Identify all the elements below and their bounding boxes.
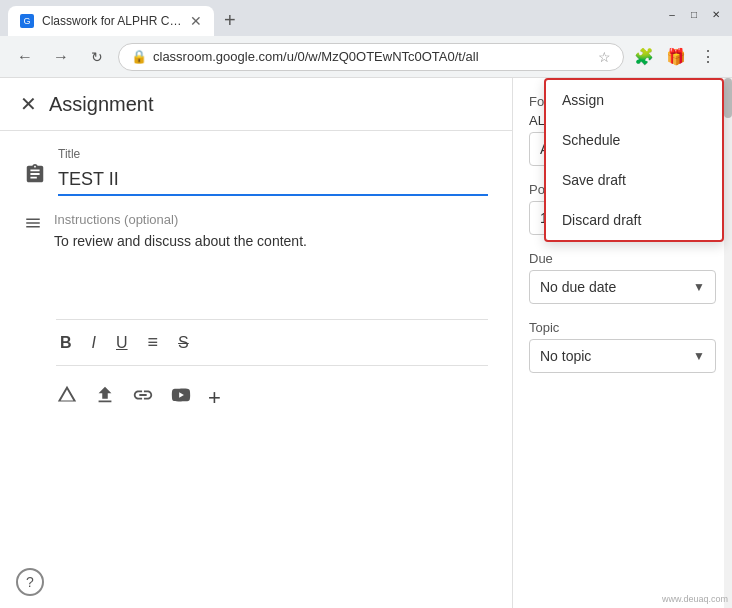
drive-attach-button[interactable]	[56, 384, 78, 411]
bold-button[interactable]: B	[56, 330, 76, 356]
title-field: Title	[58, 147, 488, 196]
back-button[interactable]: ←	[10, 42, 40, 72]
scrollbar-thumb[interactable]	[724, 78, 732, 118]
close-window-button[interactable]: ✕	[708, 6, 724, 22]
topic-dropdown[interactable]: No topic ▼	[529, 339, 716, 373]
topic-dropdown-arrow: ▼	[693, 349, 705, 363]
list-button[interactable]: ≡	[144, 328, 163, 357]
maximize-button[interactable]: □	[686, 6, 702, 22]
extensions-icon[interactable]: 🧩	[630, 43, 658, 71]
navigation-bar: ← → ↻ 🔒 classroom.google.com/u/0/w/MzQ0O…	[0, 36, 732, 78]
page-title: Assignment	[49, 93, 154, 116]
tab-close-button[interactable]: ✕	[190, 13, 202, 29]
italic-button[interactable]: I	[88, 330, 100, 356]
topic-section: Topic No topic ▼	[529, 320, 716, 373]
youtube-attach-button[interactable]	[170, 384, 192, 411]
window-controls: – □ ✕	[664, 6, 724, 22]
profile-icon[interactable]: 🎁	[662, 43, 690, 71]
due-section: Due No due date ▼	[529, 251, 716, 304]
instructions-field: Instructions (optional) To review and di…	[54, 212, 488, 311]
nav-extra-icons: 🧩 🎁 ⋮	[630, 43, 722, 71]
instructions-icon	[24, 214, 42, 237]
form-area: Title Instructions (optional) To review …	[0, 131, 512, 608]
instructions-text[interactable]: To review and discuss about the content.	[54, 231, 488, 311]
topic-value: No topic	[540, 348, 591, 364]
address-bar[interactable]: 🔒 classroom.google.com/u/0/w/MzQ0OTEwNTc…	[118, 43, 624, 71]
upload-attach-button[interactable]	[94, 384, 116, 411]
title-section: Title	[24, 147, 488, 196]
bookmark-icon: ☆	[598, 49, 611, 65]
refresh-button[interactable]: ↻	[82, 42, 112, 72]
forward-button[interactable]: →	[46, 42, 76, 72]
app-content: ✕ Assignment Title Instructions (optiona…	[0, 78, 732, 608]
address-text: classroom.google.com/u/0/w/MzQ0OTEwNTc0O…	[153, 49, 592, 64]
menu-icon[interactable]: ⋮	[694, 43, 722, 71]
menu-item-discard-draft[interactable]: Discard draft	[546, 200, 722, 240]
add-attach-button[interactable]: +	[208, 385, 221, 411]
strikethrough-button[interactable]: S	[174, 330, 193, 356]
menu-item-schedule[interactable]: Schedule	[546, 120, 722, 160]
active-tab[interactable]: G Classwork for ALPHR CLASS SAM... ✕	[8, 6, 214, 36]
instructions-label: Instructions (optional)	[54, 212, 488, 227]
close-assignment-button[interactable]: ✕	[20, 92, 37, 116]
assignment-icon	[24, 163, 46, 190]
new-tab-button[interactable]: +	[214, 5, 246, 36]
title-input[interactable]	[58, 165, 488, 196]
left-panel: ✕ Assignment Title Instructions (optiona…	[0, 78, 512, 608]
menu-item-save-draft[interactable]: Save draft	[546, 160, 722, 200]
dropdown-menu: Assign Schedule Save draft Discard draft	[544, 78, 724, 242]
page-header: ✕ Assignment	[0, 78, 512, 131]
underline-button[interactable]: U	[112, 330, 132, 356]
due-value: No due date	[540, 279, 616, 295]
instructions-section: Instructions (optional) To review and di…	[24, 212, 488, 311]
minimize-button[interactable]: –	[664, 6, 680, 22]
due-label: Due	[529, 251, 716, 266]
due-dropdown-arrow: ▼	[693, 280, 705, 294]
tab-favicon: G	[20, 14, 34, 28]
tab-title: Classwork for ALPHR CLASS SAM...	[42, 14, 182, 28]
help-button[interactable]: ?	[16, 568, 44, 596]
due-dropdown[interactable]: No due date ▼	[529, 270, 716, 304]
scrollbar-track	[724, 78, 732, 608]
right-panel: For ALP... All students ▼ Points 100 ▼ D…	[512, 78, 732, 608]
attachment-bar: +	[24, 374, 488, 421]
lock-icon: 🔒	[131, 49, 147, 64]
formatting-toolbar: B I U ≡ S	[56, 319, 488, 366]
menu-item-assign[interactable]: Assign	[546, 80, 722, 120]
title-label: Title	[58, 147, 488, 161]
topic-label: Topic	[529, 320, 716, 335]
link-attach-button[interactable]	[132, 384, 154, 411]
watermark: www.deuaq.com	[662, 594, 728, 604]
